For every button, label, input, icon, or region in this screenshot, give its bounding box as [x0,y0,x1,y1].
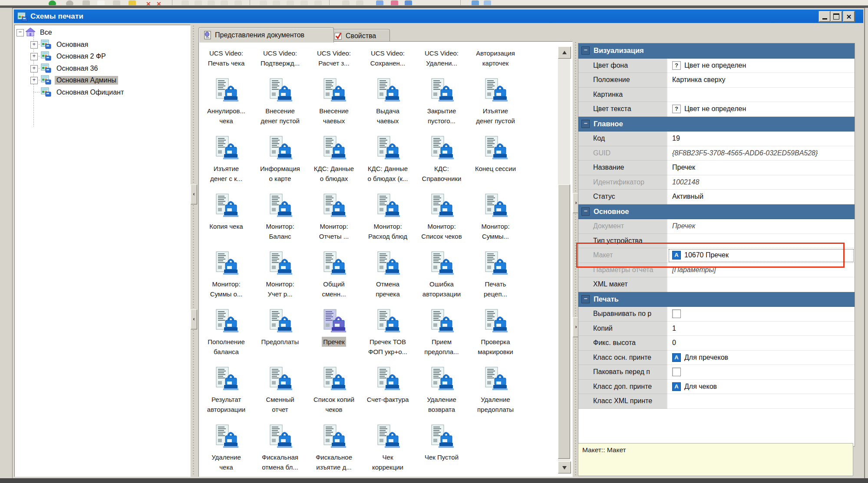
scroll-down-button[interactable] [558,461,571,473]
collapse-section-button[interactable]: − [581,295,590,303]
list-item[interactable]: Копия чека [199,193,253,250]
list-item[interactable]: Монитор:Список чеков [415,193,469,250]
toolbar-icon[interactable] [234,0,242,6]
toolbar-icon[interactable] [129,0,136,6]
tree-expand-toggle[interactable]: + [30,77,38,84]
toolbar-icon[interactable] [221,0,228,6]
list-item[interactable]: Изъятиеденег пустой [469,77,522,135]
collapse-left-button[interactable]: ‹ [191,184,197,204]
list-item[interactable]: КДС:Справочники [415,135,469,193]
tree-item[interactable]: +Основная [15,39,190,50]
tab-document-views[interactable]: Представления документов [198,27,334,43]
list-item[interactable]: Ошибкаавторизации [415,250,469,308]
tree-expand-toggle[interactable]: − [17,29,24,36]
title-bar[interactable]: Схемы печати ✕ [14,10,863,23]
list-item[interactable]: Удалениечека [199,424,253,477]
property-value[interactable]: ?Цвет не определен [668,59,855,73]
toolbar-icon[interactable]: ✕ [146,0,153,6]
list-item[interactable]: Монитор:Баланс [253,193,307,250]
toolbar-icon[interactable] [273,0,280,6]
list-item[interactable]: Пополнениебаланса [199,308,253,366]
property-value[interactable]: 1002148 [668,175,855,190]
scroll-thumb[interactable] [558,184,570,459]
toolbar-icon[interactable] [484,0,491,6]
toolbar-icon[interactable] [287,0,294,6]
splitter-left[interactable]: ‹ ‹ [191,25,196,476]
toolbar-icon[interactable] [356,0,363,6]
property-value[interactable]: Пречек [668,219,855,234]
list-item[interactable]: Чек Пустой [415,424,469,477]
property-value[interactable]: Пречек [668,161,855,175]
property-value[interactable]: AДля пречеков [668,351,855,365]
collapse-section-button[interactable]: − [581,207,590,216]
list-item[interactable]: Фискальноеизъятие д... [307,424,361,477]
minimize-button[interactable] [819,11,830,22]
toolbar-icon[interactable] [391,0,398,6]
list-item[interactable]: Проверкамаркировки [469,308,522,366]
list-scrollbar[interactable] [558,46,570,473]
toolbar-icon[interactable]: ✕ [156,0,164,6]
collapse-section-button[interactable]: − [581,46,590,55]
property-section-header[interactable]: −Основное [578,204,855,220]
toolbar-icon[interactable] [405,0,412,6]
tree-expand-toggle[interactable]: + [30,65,38,72]
list-item[interactable]: Печатьрецеп... [469,250,522,308]
property-value[interactable] [668,365,855,380]
list-item[interactable]: Закрытиепустого... [415,77,469,135]
toolbar-icon[interactable] [300,0,308,6]
tab-properties[interactable]: Свойства [329,29,390,42]
property-value[interactable]: A10670 Пречек [668,248,855,263]
maximize-button[interactable] [831,11,842,22]
list-item[interactable]: Выдачачаевых [361,77,415,135]
list-item[interactable]: Информацияо карте [253,135,307,193]
list-item[interactable]: UCS Video:Сохранен... [361,41,415,77]
list-item[interactable]: Монитор:Отчеты ... [307,193,361,250]
property-value[interactable]: ?Цвет не определен [668,102,855,117]
toolbar-icon[interactable] [66,0,73,6]
tree-item[interactable]: +Основная Админы [15,74,190,86]
document-list[interactable]: UCS Video:Печать чекаUCS Video:Подтвержд… [198,41,573,477]
list-item[interactable]: Результатавторизации [199,366,253,424]
list-item[interactable]: Общийсменн... [307,250,361,308]
property-value[interactable] [668,277,855,292]
list-item[interactable]: Конец сессии [469,135,522,193]
tree-item[interactable]: Основная Официант [15,86,190,98]
toolbar-icon[interactable] [97,0,105,6]
property-section-header[interactable]: −Главное [578,117,855,132]
list-item[interactable]: Счет-фактура [361,366,415,424]
list-item[interactable]: Сменныйотчет [253,366,307,424]
toolbar-icon[interactable] [208,0,215,6]
tree-expand-toggle[interactable]: + [30,53,38,60]
property-section-header[interactable]: −Визуализация [578,43,855,59]
list-item[interactable]: Удалениевозврата [415,366,469,424]
list-item[interactable]: UCS Video:Расчет з... [307,41,361,77]
toolbar-icon[interactable] [113,0,120,6]
list-item[interactable]: Пречек [307,308,361,366]
list-item[interactable]: UCS Video:Подтвержд... [253,41,307,77]
list-item[interactable]: Удалениепредоплаты [469,366,522,424]
toolbar-icon[interactable] [195,0,202,6]
properties-grid[interactable]: −ВизуализацияЦвет фона?Цвет не определен… [578,43,855,447]
list-item[interactable]: Монитор:Суммы... [469,193,522,250]
list-item[interactable]: Фискальнаяотмена бл... [253,424,307,477]
list-item[interactable]: Авторизациякарточек [469,41,522,77]
tree-item[interactable]: +Основная 36 [15,62,190,74]
list-item[interactable]: КДС: Данныео блюдах [307,135,361,193]
toolbar-icon[interactable] [83,0,90,6]
list-item[interactable]: Список копийчеков [307,366,361,424]
collapse-left-button-2[interactable]: ‹ [191,309,197,329]
property-value[interactable]: 1 [668,322,855,336]
property-value[interactable]: 19 [668,131,855,146]
property-value[interactable]: 0 [668,336,855,351]
list-item[interactable]: Изъятиеденег с к... [199,135,253,193]
list-item[interactable]: Предоплаты [253,308,307,366]
property-section-header[interactable]: −Печать [578,292,855,307]
list-item[interactable]: Монитор:Суммы о... [199,250,253,308]
collapse-section-button[interactable]: − [581,120,590,128]
list-item[interactable]: Монитор:Учет р... [253,250,307,308]
list-item[interactable]: Отменапречека [361,250,415,308]
toolbar-icon[interactable] [342,0,350,6]
property-value[interactable]: Картинка сверху [668,73,855,88]
property-value[interactable]: {8F8B23F5-3708-4565-ADD6-032ED59BA528} [668,146,855,161]
property-value[interactable]: Активный [668,190,855,204]
